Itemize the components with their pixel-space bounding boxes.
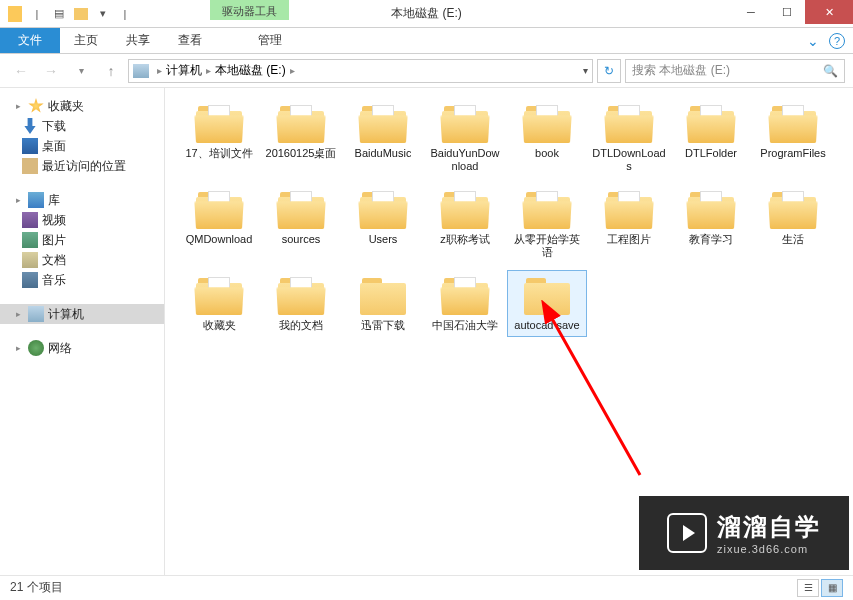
folder-item[interactable]: z职称考试 [425,184,505,264]
folder-label: 从零开始学英语 [510,233,584,259]
folder-label: BaiduYunDownload [428,147,502,173]
folder-item[interactable]: ProgramFiles [753,98,833,178]
folder-item[interactable]: 工程图片 [589,184,669,264]
ribbon-expand-icon[interactable]: ⌄ [807,33,819,49]
tree-library[interactable]: ▸库 [0,190,164,210]
folder-label: sources [282,233,321,246]
folder-item[interactable]: 20160125桌面 [261,98,341,178]
star-icon [28,98,44,114]
search-input[interactable]: 搜索 本地磁盘 (E:) 🔍 [625,59,845,83]
folder-label: z职称考试 [440,233,490,246]
breadcrumb-drive[interactable]: 本地磁盘 (E:) [215,62,286,79]
chevron-right-icon[interactable]: ▸ [16,101,26,111]
ribbon-view-tab[interactable]: 查看 [164,28,216,53]
ribbon-manage-tab[interactable]: 管理 [244,28,296,53]
address-dropdown-icon[interactable]: ▾ [583,65,588,76]
tree-pictures[interactable]: 图片 [0,230,164,250]
folder-icon [440,189,490,231]
tree-favorites[interactable]: ▸收藏夹 [0,96,164,116]
tree-video[interactable]: 视频 [0,210,164,230]
folder-icon [440,275,490,317]
folder-item[interactable]: QMDownload [179,184,259,264]
tree-documents[interactable]: 文档 [0,250,164,270]
chevron-right-icon[interactable]: ▸ [16,309,26,319]
recent-dropdown-icon[interactable]: ▾ [68,58,94,84]
breadcrumb-separator-icon[interactable]: ▸ [206,65,211,76]
forward-button[interactable]: → [38,58,64,84]
folder-icon [194,189,244,231]
folder-item[interactable]: 我的文档 [261,270,341,337]
folder-item[interactable]: autocad save [507,270,587,337]
folder-item[interactable]: 从零开始学英语 [507,184,587,264]
folder-item[interactable]: sources [261,184,341,264]
qat-separator: | [26,3,48,25]
minimize-button[interactable]: ─ [733,0,769,24]
folder-label: DTLFolder [685,147,737,160]
ribbon-file-tab[interactable]: 文件 [0,28,60,53]
up-button[interactable]: ↑ [98,58,124,84]
computer-icon [28,306,44,322]
tree-network[interactable]: ▸网络 [0,338,164,358]
folder-item[interactable]: DTLFolder [671,98,751,178]
folder-item[interactable]: BaiduMusic [343,98,423,178]
folder-label: 收藏夹 [203,319,236,332]
folder-label: 教育学习 [689,233,733,246]
folder-item[interactable]: 迅雷下载 [343,270,423,337]
folder-icon [686,189,736,231]
qat-separator: | [114,3,136,25]
folder-label: autocad save [514,319,579,332]
folder-icon [768,189,818,231]
tree-downloads[interactable]: 下载 [0,116,164,136]
watermark: 溜溜自学 zixue.3d66.com [639,496,849,570]
library-icon [28,192,44,208]
close-button[interactable]: ✕ [805,0,853,24]
folder-item[interactable]: 生活 [753,184,833,264]
folder-icon [768,103,818,145]
folder-icon [194,103,244,145]
music-icon [22,272,38,288]
properties-icon[interactable]: ▤ [48,3,70,25]
folder-item[interactable]: 17、培训文件 [179,98,259,178]
drive-icon [133,64,149,78]
folder-item[interactable]: BaiduYunDownload [425,98,505,178]
details-view-button[interactable]: ☰ [797,579,819,597]
chevron-right-icon[interactable]: ▸ [16,195,26,205]
recent-icon [22,158,38,174]
folder-label: 迅雷下载 [361,319,405,332]
icons-view-button[interactable]: ▦ [821,579,843,597]
folder-icon [358,103,408,145]
folder-item[interactable]: Users [343,184,423,264]
watermark-url: zixue.3d66.com [717,543,821,555]
breadcrumb-separator-icon[interactable]: ▸ [290,65,295,76]
open-icon[interactable] [70,3,92,25]
ribbon-share-tab[interactable]: 共享 [112,28,164,53]
refresh-button[interactable]: ↻ [597,59,621,83]
tree-recent[interactable]: 最近访问的位置 [0,156,164,176]
folder-item[interactable]: 中国石油大学 [425,270,505,337]
status-bar: 21 个项目 ☰ ▦ [0,575,853,599]
folder-item[interactable]: book [507,98,587,178]
folder-item[interactable]: 收藏夹 [179,270,259,337]
folder-label: book [535,147,559,160]
folder-item[interactable]: DTLDownLoads [589,98,669,178]
tree-computer[interactable]: ▸计算机 [0,304,164,324]
breadcrumb-computer[interactable]: 计算机 [166,62,202,79]
maximize-button[interactable]: ☐ [769,0,805,24]
folder-item[interactable]: 教育学习 [671,184,751,264]
ribbon-home-tab[interactable]: 主页 [60,28,112,53]
qat-dropdown-icon[interactable]: ▾ [92,3,114,25]
folder-icon [358,275,408,317]
window-title: 本地磁盘 (E:) [391,5,462,22]
tree-music[interactable]: 音乐 [0,270,164,290]
address-box[interactable]: ▸ 计算机 ▸ 本地磁盘 (E:) ▸ ▾ [128,59,593,83]
ribbon: 文件 主页 共享 查看 管理 ⌄ ? [0,28,853,54]
folder-label: DTLDownLoads [592,147,666,173]
breadcrumb-separator-icon[interactable]: ▸ [157,65,162,76]
tree-desktop[interactable]: 桌面 [0,136,164,156]
help-icon[interactable]: ? [829,33,845,49]
chevron-right-icon[interactable]: ▸ [16,343,26,353]
back-button[interactable]: ← [8,58,34,84]
folder-label: 我的文档 [279,319,323,332]
folder-icon [604,103,654,145]
watermark-title: 溜溜自学 [717,511,821,543]
